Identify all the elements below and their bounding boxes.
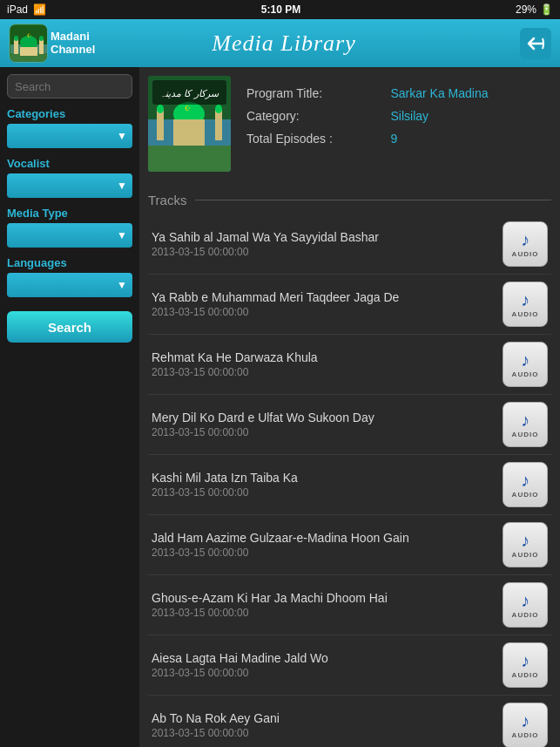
audio-label: AUDIO (512, 431, 539, 438)
status-time: 5:10 PM (261, 3, 300, 16)
track-info: Ghous-e-Azam Ki Har Ja Machi Dhoom Hai 2… (152, 591, 503, 619)
app-header: ☪ Madani Channel Media Library (0, 19, 560, 67)
svg-rect-8 (20, 47, 37, 56)
audio-label: AUDIO (512, 551, 539, 559)
languages-label: Languages (7, 256, 132, 269)
categories-label: Categories (7, 107, 132, 120)
track-date: 2013-03-15 00:00:00 (152, 667, 503, 679)
audio-label: AUDIO (512, 731, 539, 739)
categories-dropdown-wrapper: ▼ (7, 124, 132, 148)
audio-button[interactable]: ♪ AUDIO (503, 462, 548, 507)
program-info: سرکار کا مدینہ ☪ Program Title: Sarkar K… (148, 76, 551, 180)
track-date: 2013-03-15 00:00:00 (152, 607, 503, 619)
music-note-icon: ♪ (521, 531, 530, 551)
svg-rect-14 (173, 119, 205, 146)
episodes-value: 9 (388, 128, 550, 149)
track-info: Mery Dil Ko Dard e Ulfat Wo Sukoon Day 2… (152, 411, 503, 438)
music-note-icon: ♪ (521, 711, 530, 731)
audio-button[interactable]: ♪ AUDIO (503, 342, 548, 387)
svg-text:☪: ☪ (185, 105, 191, 112)
audio-button[interactable]: ♪ AUDIO (503, 402, 548, 447)
svg-point-18 (215, 105, 222, 113)
title-value: Sarkar Ka Madina (388, 83, 550, 104)
program-details: Program Title: Sarkar Ka Madina Category… (243, 76, 551, 172)
track-item: Jald Ham Aazime Gulzaar-e-Madina Hoon Ga… (148, 515, 551, 575)
track-info: Kashi Mil Jata Izn Taiba Ka 2013-03-15 0… (152, 471, 503, 499)
track-item: Kashi Mil Jata Izn Taiba Ka 2013-03-15 0… (148, 455, 551, 515)
track-info: Ya Rabb e Muhammad Meri Taqdeer Jaga De … (152, 290, 503, 318)
svg-point-7 (39, 36, 44, 41)
program-image: سرکار کا مدینہ ☪ (148, 76, 231, 172)
track-info: Aiesa Lagta Hai Madine Jald Wo 2013-03-1… (152, 651, 503, 679)
languages-dropdown[interactable] (7, 273, 132, 297)
track-title: Aiesa Lagta Hai Madine Jald Wo (152, 651, 503, 665)
track-title: Ab To Na Rok Aey Gani (152, 711, 503, 725)
program-title-row: Program Title: Sarkar Ka Madina (245, 83, 550, 104)
category-value: Silsilay (388, 105, 550, 126)
track-title: Ghous-e-Azam Ki Har Ja Machi Dhoom Hai (152, 591, 503, 605)
svg-point-5 (14, 36, 18, 41)
track-info: Ab To Na Rok Aey Gani 2013-03-15 00:00:0… (152, 711, 503, 739)
categories-dropdown[interactable] (7, 124, 132, 148)
sidebar: Categories ▼ Vocalist ▼ Media Type ▼ Lan… (0, 67, 139, 747)
audio-label: AUDIO (512, 611, 539, 619)
track-date: 2013-03-15 00:00:00 (152, 366, 503, 378)
track-item: Ya Rabb e Muhammad Meri Taqdeer Jaga De … (148, 275, 551, 335)
track-date: 2013-03-15 00:00:00 (152, 486, 503, 499)
audio-button[interactable]: ♪ AUDIO (503, 642, 548, 688)
audio-button[interactable]: ♪ AUDIO (503, 282, 548, 327)
track-date: 2013-03-15 00:00:00 (152, 246, 503, 258)
audio-label: AUDIO (512, 370, 539, 378)
track-item: Aiesa Lagta Hai Madine Jald Wo 2013-03-1… (148, 635, 551, 696)
brand-name: Madani Channel (51, 30, 95, 57)
back-button[interactable] (520, 28, 551, 59)
battery-level: 29% (516, 3, 536, 16)
track-info: Ya Sahib al Jamal Wa Ya Sayyidal Bashar … (152, 230, 503, 258)
audio-label: AUDIO (512, 491, 539, 499)
audio-button[interactable]: ♪ AUDIO (503, 703, 548, 747)
music-note-icon: ♪ (521, 230, 530, 250)
program-episodes-row: Total Episodes : 9 (245, 128, 550, 149)
music-note-icon: ♪ (521, 471, 530, 491)
ipad-label: iPad (7, 3, 28, 16)
track-info: Rehmat Ka He Darwaza Khula 2013-03-15 00… (152, 350, 503, 378)
vocalist-dropdown[interactable] (7, 173, 132, 198)
svg-text:☪: ☪ (27, 33, 31, 38)
vocalist-dropdown-wrapper: ▼ (7, 173, 132, 198)
track-item: Mery Dil Ko Dard e Ulfat Wo Sukoon Day 2… (148, 395, 551, 455)
track-item: Ya Sahib al Jamal Wa Ya Sayyidal Bashar … (148, 214, 551, 275)
app-logo: ☪ (9, 24, 48, 63)
svg-rect-12 (148, 146, 231, 172)
music-note-icon: ♪ (521, 411, 530, 431)
category-label: Category: (245, 105, 387, 126)
svg-rect-17 (215, 109, 222, 140)
search-input[interactable] (7, 74, 132, 98)
music-note-icon: ♪ (521, 350, 530, 370)
search-button[interactable]: Search (7, 311, 132, 343)
status-left: iPad 📶 (7, 3, 46, 16)
status-right: 29% 🔋 (516, 3, 553, 16)
audio-button[interactable]: ♪ AUDIO (503, 221, 548, 267)
audio-button[interactable]: ♪ AUDIO (503, 522, 548, 567)
program-category-row: Category: Silsilay (245, 105, 550, 126)
track-date: 2013-03-15 00:00:00 (152, 306, 503, 318)
track-title: Ya Sahib al Jamal Wa Ya Sayyidal Bashar (152, 230, 503, 244)
vocalist-label: Vocalist (7, 157, 132, 170)
wifi-icon: 📶 (33, 3, 46, 16)
main-layout: Categories ▼ Vocalist ▼ Media Type ▼ Lan… (0, 67, 560, 747)
media-type-dropdown[interactable] (7, 223, 132, 248)
track-date: 2013-03-15 00:00:00 (152, 547, 503, 559)
audio-button[interactable]: ♪ AUDIO (503, 582, 548, 628)
track-item: Ab To Na Rok Aey Gani 2013-03-15 00:00:0… (148, 696, 551, 747)
battery-icon: 🔋 (540, 3, 553, 16)
audio-label: AUDIO (512, 250, 539, 258)
track-title: Rehmat Ka He Darwaza Khula (152, 350, 503, 364)
media-type-dropdown-wrapper: ▼ (7, 223, 132, 248)
audio-label: AUDIO (512, 310, 539, 318)
track-title: Kashi Mil Jata Izn Taiba Ka (152, 471, 503, 485)
status-bar: iPad 📶 5:10 PM 29% 🔋 (0, 0, 560, 19)
svg-point-16 (157, 105, 164, 113)
episodes-label: Total Episodes : (245, 128, 387, 149)
content-area: سرکار کا مدینہ ☪ Program Title: Sarkar K… (139, 67, 560, 747)
languages-dropdown-wrapper: ▼ (7, 273, 132, 297)
